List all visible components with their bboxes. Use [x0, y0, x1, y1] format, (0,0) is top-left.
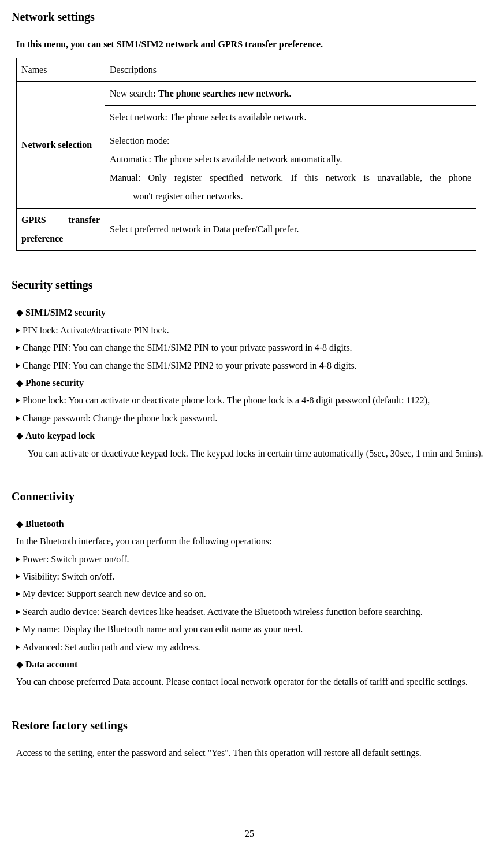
table-row: Names Descriptions — [17, 58, 476, 82]
network-intro: In this menu, you can set SIM1/SIM2 netw… — [12, 36, 487, 53]
selection-mode-line3: Manual: Only register specified network.… — [110, 169, 471, 187]
td-new-search: New search: The phone searches new netwo… — [105, 82, 476, 106]
auto-keypad-para: You can activate or deactivate keypad lo… — [12, 445, 487, 462]
td-network-selection: Network selection — [17, 82, 105, 209]
td-selection-mode: Selection mode: Automatic: The phone sel… — [105, 129, 476, 209]
heading-connectivity: Connectivity — [12, 485, 487, 507]
heading-network-settings: Network settings — [12, 6, 487, 28]
data-account-para: You can choose preferred Data account. P… — [12, 673, 487, 691]
page-number: 25 — [0, 825, 499, 843]
arrow-item: Visibility: Switch on/off. — [12, 568, 487, 585]
diamond-auto-keypad: Auto keypad lock — [12, 427, 487, 444]
td-gprs-desc: Select preferred network in Data prefer/… — [105, 209, 476, 251]
diamond-phone-security: Phone security — [12, 374, 487, 392]
arrow-item: Phone lock: You can activate or deactiva… — [12, 392, 487, 409]
arrow-item: Power: Switch power on/off. — [12, 551, 487, 568]
selection-mode-line2: Automatic: The phone selects available n… — [110, 150, 471, 169]
selection-mode-line4: won't register other networks. — [110, 187, 471, 206]
restore-para: Access to the setting, enter the passwor… — [12, 744, 487, 762]
selection-mode-line1: Selection mode: — [110, 132, 471, 150]
arrow-item: PIN lock: Activate/deactivate PIN lock. — [12, 322, 487, 339]
arrow-item: My name: Display the Bluetooth name and … — [12, 621, 487, 638]
diamond-data-account: Data account — [12, 656, 487, 673]
arrow-item: Search audio device: Search devices like… — [12, 603, 487, 621]
label-new-search: New search — [110, 88, 153, 98]
arrow-item: Change password: Change the phone lock p… — [12, 410, 487, 427]
arrow-item: Change PIN: You can change the SIM1/SIM2… — [12, 339, 487, 357]
arrow-item: Advanced: Set audio path and view my add… — [12, 639, 487, 656]
arrow-item: Change PIN: You can change the SIM1/SIM2… — [12, 357, 487, 374]
network-table: Names Descriptions Network selection New… — [16, 58, 476, 251]
table-row: GPRS transfer preference Select preferre… — [17, 209, 476, 251]
table-row: Network selection New search: The phone … — [17, 82, 476, 106]
heading-security-settings: Security settings — [12, 274, 487, 296]
th-names: Names — [17, 58, 105, 82]
diamond-bluetooth: Bluetooth — [12, 515, 487, 533]
diamond-sim-security: SIM1/SIM2 security — [12, 304, 487, 321]
th-descriptions: Descriptions — [105, 58, 476, 82]
td-select-network: Select network: The phone selects availa… — [105, 106, 476, 129]
heading-restore-factory: Restore factory settings — [12, 714, 487, 736]
colon-bold: : The phone searches new network. — [153, 88, 291, 98]
arrow-item: My device: Support search new device and… — [12, 585, 487, 603]
bluetooth-intro: In the Bluetooth interface, you can perf… — [12, 533, 487, 550]
td-gprs-name: GPRS transfer preference — [17, 209, 105, 251]
